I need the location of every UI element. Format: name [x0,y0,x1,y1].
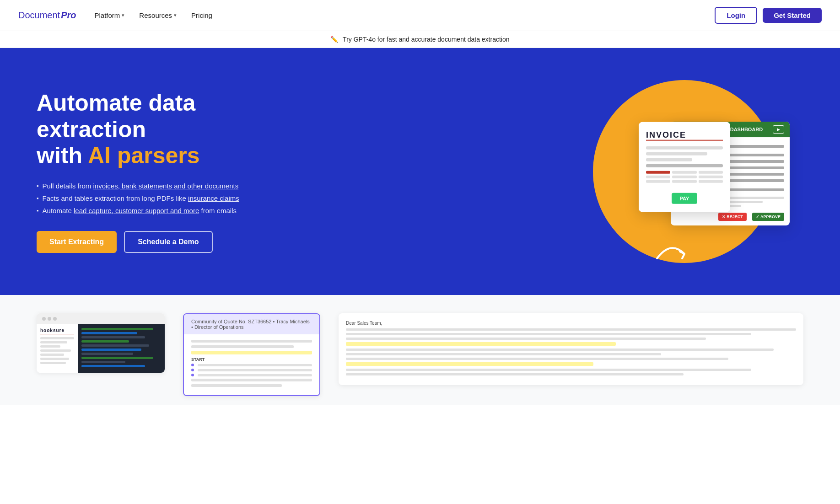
schedule-demo-button[interactable]: Schedule a Demo [124,231,212,253]
announcement-bar: ✏️ Try GPT-4o for fast and accurate docu… [0,31,840,48]
nav-right: Login Get Started [715,7,822,24]
login-button[interactable]: Login [715,7,757,24]
dot [48,317,51,321]
feature3-suffix: from emails [199,207,237,214]
dc2-line [191,340,312,343]
inv-line [646,164,723,167]
hero-buttons: Start Extracting Schedule a Demo [37,231,302,253]
dc2-line [191,384,282,387]
dc3-highlight [346,342,616,346]
nav-resources[interactable]: Resources ▾ [139,11,177,19]
code-line [81,340,129,343]
dc-line [40,341,67,343]
dc-line [40,358,69,360]
code-line [81,365,145,367]
hero-title: Automate data extraction with AI parsers [37,90,302,169]
dc3-line [346,333,751,335]
demo-card2-header-text: Community of Quote No. SZT36652 • Tracy … [191,319,310,330]
dc3-line [346,353,661,355]
nav-platform[interactable]: Platform ▾ [95,11,125,19]
dash-value-bar [721,188,784,191]
pay-button[interactable]: PAY [672,193,698,204]
hero-title-highlight: AI parsers [88,143,200,168]
nav-pricing[interactable]: Pricing [191,11,212,19]
nav-links: Platform ▾ Resources ▾ Pricing [95,11,212,19]
feature1-link[interactable]: invoices, bank statements and other docu… [93,182,238,190]
feature3-text: Automate [43,207,74,214]
dc-line [40,349,71,352]
feature1-text: Pull details from [43,182,93,190]
arrow-graphic [652,236,689,263]
demo-card2-header: Community of Quote No. SZT36652 • Tracy … [184,314,319,334]
dc2-start-label: START [191,357,312,362]
logo-pro: Pro [61,10,76,21]
inv-line [646,146,723,150]
dc2-dot [191,369,194,371]
code-line [81,332,137,334]
demo-card2-body: START [184,334,319,395]
dc2-dot [191,374,194,376]
dc-line [40,354,64,356]
code-line [81,357,153,359]
hero-section: Automate data extraction with AI parsers… [0,48,840,295]
inv-table-row [646,171,723,174]
hero-title-line1: Automate data extraction [37,90,195,142]
dc2-dot [191,364,194,366]
demo-card-invoice-code: hooksure [37,313,165,373]
demo-card3-body: Dear Sales Team, [339,313,803,385]
dc2-bullet [191,374,312,376]
dash-action-button[interactable]: ▶ [773,125,784,134]
code-line [81,349,141,351]
code-line [81,328,153,330]
mini-invoice-title: hooksure [40,328,74,334]
demo-card-email: Dear Sales Team, [339,313,803,385]
below-hero-section: hooksure [0,295,840,405]
demo-card-highlighted-pdf: Community of Quote No. SZT36652 • Tracy … [183,313,320,396]
chevron-down-icon: ▾ [174,12,177,18]
inv-table-row [646,180,723,183]
dc-line [40,345,60,348]
dc2-text [198,364,312,366]
bullet-icon: ▪ [37,207,39,214]
dc-line [40,362,66,364]
pencil-icon: ✏️ [330,36,338,43]
nav-left: Document Pro Platform ▾ Resources ▾ Pric… [18,10,212,21]
inv-line [646,152,707,155]
demo-card-body: hooksure [37,324,165,373]
dc2-text [198,369,312,371]
dc3-line [346,369,751,371]
demo-card-right [78,324,165,373]
hero-title-line2: with [37,143,88,168]
feature2-link[interactable]: insurance claims [188,194,239,202]
logo[interactable]: Document Pro [18,10,76,21]
feature3-link[interactable]: lead capture, customer support and more [74,207,199,214]
dc2-bullet [191,364,312,366]
approve-button[interactable]: ✓ APPROVE [752,213,784,221]
chevron-down-icon: ▾ [122,12,124,18]
hero-feature-2: ▪ Facts and tables extraction from long … [37,194,302,202]
dash-status: DASHBOARD [730,127,763,132]
dc3-line [346,373,684,375]
invoice-card: INVOICE [639,122,730,212]
code-line [81,344,149,347]
hero-content: Automate data extraction with AI parsers… [37,90,302,253]
get-started-button[interactable]: Get Started [763,8,822,23]
dc2-line [191,345,294,348]
email-greeting: Dear Sales Team, [346,321,796,326]
reject-button[interactable]: ✕ REJECT [718,213,747,221]
hero-feature-3: ▪ Automate lead capture, customer suppor… [37,207,302,214]
demo-card-header [37,313,165,324]
dc2-highlight [191,351,312,354]
dc2-text [198,374,312,376]
announcement-text: Try GPT-4o for fast and accurate documen… [343,36,509,43]
dc2-bullet [191,369,312,371]
dc3-line [346,349,774,351]
start-extracting-button[interactable]: Start Extracting [37,231,117,253]
inv-table [646,171,723,183]
dc2-line [191,379,312,381]
dc3-line [346,338,706,340]
feature2-text: Facts and tables extraction from long PD… [43,194,188,202]
bullet-icon: ▪ [37,195,39,202]
hero-features: ▪ Pull details from invoices, bank state… [37,182,302,214]
dc3-line [346,328,796,331]
